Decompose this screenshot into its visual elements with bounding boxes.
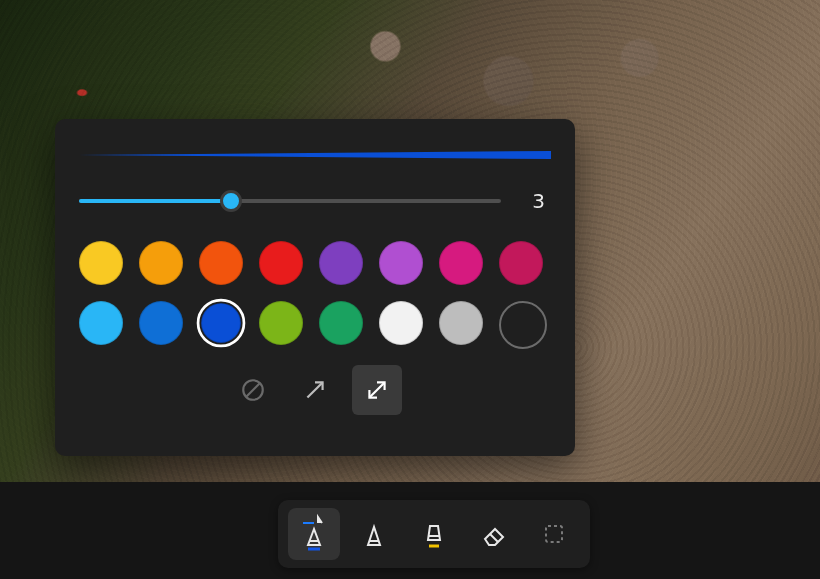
svg-rect-12 <box>546 526 562 542</box>
color-swatch-none[interactable] <box>499 301 547 349</box>
color-swatch-lime[interactable] <box>259 301 303 345</box>
svg-marker-0 <box>79 151 551 159</box>
color-swatch-yellow[interactable] <box>79 241 123 285</box>
svg-line-3 <box>307 382 322 397</box>
color-swatch-red[interactable] <box>259 241 303 285</box>
color-swatch-deep-orange[interactable] <box>199 241 243 285</box>
tool-crop[interactable] <box>528 508 580 560</box>
color-swatch-blue[interactable] <box>201 303 241 343</box>
arrow-none-button[interactable] <box>228 365 278 415</box>
pen-settings-panel: 3 <box>55 119 575 456</box>
color-swatch-grey[interactable] <box>439 301 483 345</box>
svg-line-11 <box>490 534 498 542</box>
color-swatch-sky[interactable] <box>79 301 123 345</box>
tool-eraser[interactable] <box>468 508 520 560</box>
svg-line-2 <box>247 384 260 397</box>
arrow-double-button[interactable] <box>352 365 402 415</box>
color-swatch-purple[interactable] <box>379 241 423 285</box>
svg-line-4 <box>369 382 384 397</box>
color-swatch-white[interactable] <box>379 301 423 345</box>
tool-pencil[interactable] <box>348 508 400 560</box>
thickness-value: 3 <box>523 189 545 213</box>
color-swatches <box>79 241 553 345</box>
color-swatch-violet[interactable] <box>319 241 363 285</box>
color-swatch-crimson[interactable] <box>499 241 543 285</box>
arrow-style-row <box>77 365 553 415</box>
stroke-preview <box>79 147 551 163</box>
color-swatch-green[interactable] <box>319 301 363 345</box>
tool-highlighter[interactable] <box>408 508 460 560</box>
arrow-single-button[interactable] <box>290 365 340 415</box>
thickness-slider[interactable] <box>79 190 501 212</box>
drawing-toolbar <box>0 482 820 579</box>
color-swatch-azure[interactable] <box>139 301 183 345</box>
slider-fill <box>79 199 231 203</box>
tool-pen[interactable] <box>288 508 340 560</box>
color-swatch-orange[interactable] <box>139 241 183 285</box>
color-swatch-magenta[interactable] <box>439 241 483 285</box>
tool-group <box>278 500 590 568</box>
slider-thumb[interactable] <box>220 190 242 212</box>
